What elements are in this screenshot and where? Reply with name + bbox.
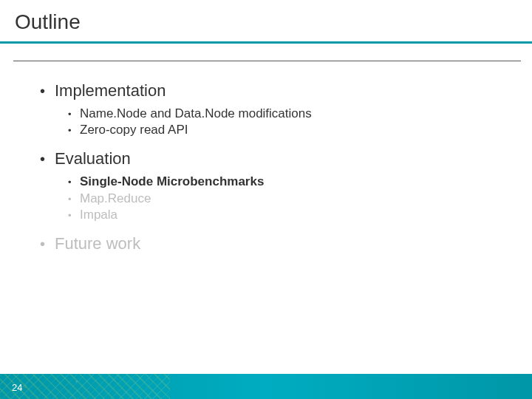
outline-subitem-label: Impala [80, 208, 117, 222]
bullet-icon: • [68, 124, 80, 137]
outline-subitem: • Map.Reduce [68, 191, 532, 206]
bullet-icon: • [40, 236, 55, 251]
slide-content: • Implementation • Name.Node and Data.No… [0, 40, 532, 253]
outline-subitem-label: Zero-copy read API [80, 123, 188, 137]
bullet-icon: • [68, 176, 80, 189]
bullet-icon: • [68, 209, 80, 222]
bullet-icon: • [40, 83, 55, 98]
outline-item-evaluation: • Evaluation [40, 149, 532, 168]
bullet-icon: • [68, 108, 80, 121]
outline-item-label: Implementation [55, 81, 166, 100]
bullet-icon: • [68, 193, 80, 206]
outline-subitem: • Name.Node and Data.Node modifications [68, 106, 532, 121]
outline-subitem-current: • Single-Node Microbenchmarks [68, 174, 532, 189]
outline-subgroup: • Single-Node Microbenchmarks • Map.Redu… [40, 171, 532, 234]
outline-subitem: • Zero-copy read API [68, 123, 532, 137]
page-number: 24 [12, 382, 22, 393]
slide-title: Outline [0, 0, 532, 40]
outline-subitem-label: Name.Node and Data.Node modifications [80, 106, 312, 121]
outline-item-label: Future work [55, 234, 140, 253]
outline-item-futurework: • Future work [40, 234, 532, 253]
outline-item-implementation: • Implementation [40, 81, 532, 100]
footer-decoration [0, 374, 170, 399]
outline-subitem: • Impala [68, 208, 532, 222]
outline-item-label: Evaluation [55, 149, 131, 168]
bullet-icon: • [40, 151, 55, 166]
footer-bar [0, 374, 532, 399]
outline-subitem-label: Single-Node Microbenchmarks [80, 174, 264, 189]
title-divider [13, 61, 521, 61]
title-accent-bar [0, 41, 532, 44]
outline-subgroup: • Name.Node and Data.Node modifications … [40, 103, 532, 149]
outline-subitem-label: Map.Reduce [80, 191, 151, 206]
